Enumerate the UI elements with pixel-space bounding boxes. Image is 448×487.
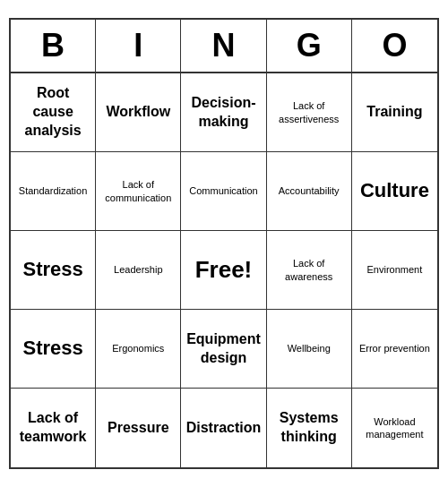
cell-text-7: Communication — [189, 184, 257, 197]
bingo-cell-19: Error prevention — [352, 310, 437, 389]
bingo-cell-23: Systems thinking — [267, 389, 352, 467]
cell-text-17: Equipment design — [185, 330, 262, 368]
bingo-cell-22: Distraction — [181, 389, 266, 467]
bingo-cell-8: Accountability — [267, 152, 352, 231]
bingo-cell-18: Wellbeing — [267, 310, 352, 389]
cell-text-20: Lack of teamwork — [14, 409, 91, 447]
cell-text-15: Stress — [22, 336, 82, 362]
cell-text-22: Distraction — [186, 419, 262, 438]
bingo-grid: Root cause analysisWorkflowDecision-maki… — [11, 73, 437, 467]
cell-text-11: Leadership — [114, 263, 162, 276]
cell-text-13: Lack of awareness — [271, 257, 348, 283]
bingo-cell-3: Lack of assertiveness — [267, 73, 352, 152]
cell-text-24: Workload management — [356, 415, 434, 441]
cell-text-3: Lack of assertiveness — [271, 99, 348, 125]
bingo-cell-11: Leadership — [96, 231, 181, 310]
bingo-cell-2: Decision-making — [181, 73, 266, 152]
bingo-cell-15: Stress — [11, 310, 96, 389]
bingo-cell-17: Equipment design — [181, 310, 266, 389]
bingo-header: BINGO — [11, 20, 437, 73]
cell-text-0: Root cause analysis — [14, 84, 91, 140]
cell-text-21: Pressure — [108, 419, 169, 438]
bingo-cell-9: Culture — [352, 152, 437, 231]
cell-text-6: Lack of communication — [99, 178, 177, 204]
bingo-cell-20: Lack of teamwork — [11, 389, 96, 467]
cell-text-12: Free! — [195, 255, 253, 286]
bingo-cell-16: Ergonomics — [96, 310, 181, 389]
bingo-letter-g: G — [267, 20, 352, 72]
cell-text-19: Error prevention — [359, 342, 430, 355]
bingo-letter-o: O — [352, 20, 437, 72]
bingo-cell-4: Training — [352, 73, 437, 152]
bingo-cell-21: Pressure — [96, 389, 181, 467]
bingo-cell-10: Stress — [11, 231, 96, 310]
cell-text-1: Workflow — [106, 103, 170, 122]
cell-text-9: Culture — [360, 178, 429, 204]
bingo-cell-1: Workflow — [96, 73, 181, 152]
cell-text-18: Wellbeing — [288, 342, 331, 355]
bingo-cell-13: Lack of awareness — [267, 231, 352, 310]
cell-text-8: Accountability — [279, 184, 340, 197]
cell-text-5: Standardization — [19, 184, 87, 197]
bingo-cell-0: Root cause analysis — [11, 73, 96, 152]
cell-text-4: Training — [366, 103, 422, 122]
bingo-cell-5: Standardization — [11, 152, 96, 231]
cell-text-14: Environment — [367, 263, 423, 276]
cell-text-23: Systems thinking — [271, 409, 348, 447]
cell-text-16: Ergonomics — [112, 342, 164, 355]
bingo-cell-12: Free! — [181, 231, 266, 310]
bingo-letter-n: N — [181, 20, 266, 72]
bingo-cell-14: Environment — [352, 231, 437, 310]
cell-text-10: Stress — [22, 257, 82, 283]
bingo-card: BINGO Root cause analysisWorkflowDecisio… — [9, 18, 439, 469]
bingo-letter-b: B — [11, 20, 96, 72]
bingo-letter-i: I — [96, 20, 181, 72]
bingo-cell-6: Lack of communication — [96, 152, 181, 231]
bingo-cell-24: Workload management — [352, 389, 437, 467]
bingo-cell-7: Communication — [181, 152, 266, 231]
cell-text-2: Decision-making — [185, 94, 262, 132]
